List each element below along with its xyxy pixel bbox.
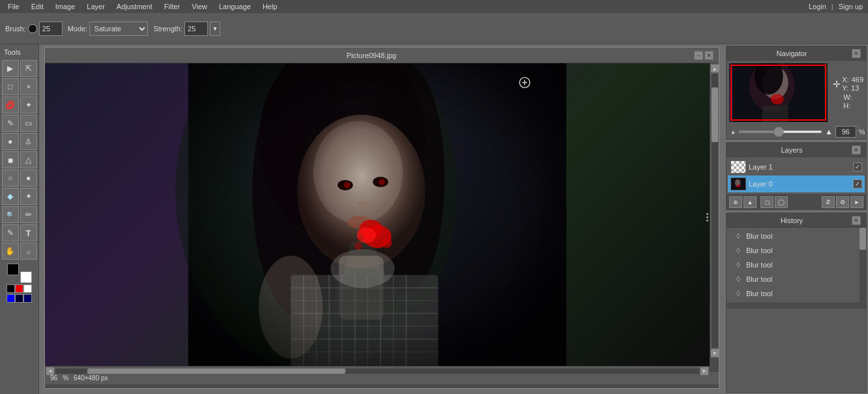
tool-dodge[interactable]: ○ — [2, 170, 19, 187]
canvas-hscrollbar[interactable]: ◄ ► — [45, 366, 710, 375]
canvas-vscrollbar[interactable]: ▲ ▼ — [710, 63, 719, 358]
small-color-navy[interactable] — [23, 294, 32, 303]
menu-edit[interactable]: Edit — [26, 1, 49, 12]
menu-layer[interactable]: Layer — [81, 1, 110, 12]
small-color-darkblue[interactable] — [15, 294, 23, 303]
mode-select[interactable]: Saturate Normal Screen Multiply — [89, 22, 148, 36]
tool-magic-wand[interactable]: ✦ — [20, 97, 37, 114]
layer-1-name: Layer 1 — [749, 163, 850, 171]
layer-duplicate-btn[interactable]: ◻ — [760, 196, 774, 208]
nav-crosshair-icon: ✛ — [833, 79, 841, 89]
history-title: History — [732, 217, 852, 224]
layer-item-1[interactable]: Layer 1 ✓ — [728, 159, 865, 175]
background-color-swatch[interactable] — [20, 271, 32, 283]
tool-blur[interactable]: ◆ — [2, 188, 19, 205]
history-item-4[interactable]: ◊ Blur tool — [728, 272, 865, 286]
history-close-btn[interactable]: ✕ — [852, 216, 861, 225]
tool-hand[interactable]: ✏ — [20, 206, 37, 223]
mode-label: Mode: — [68, 25, 88, 33]
tool-select[interactable]: ⇱ — [20, 60, 37, 77]
tool-move[interactable]: ▶ — [2, 60, 19, 77]
layer-delete-btn[interactable]: ♻ — [836, 196, 849, 208]
strength-label: Strength: — [153, 25, 182, 33]
vscroll-up-btn[interactable]: ▲ — [711, 65, 719, 72]
tool-clone[interactable]: ● — [2, 133, 19, 150]
history-panel: History ✕ ◊ Blur tool ◊ Blur tool ◊ Blur… — [726, 213, 867, 393]
layer-merge-btn[interactable]: ◯ — [775, 196, 788, 208]
small-color-black[interactable] — [7, 284, 15, 293]
tool-rect-select[interactable]: □ — [2, 78, 19, 95]
tool-pen[interactable]: ✎ — [2, 224, 19, 241]
hscroll-right-btn[interactable]: ► — [701, 367, 708, 375]
nav-y-label: Y: — [842, 84, 848, 92]
tool-fill[interactable]: ◼ — [2, 151, 19, 168]
foreground-color-swatch[interactable] — [7, 264, 19, 275]
navigator-close-btn[interactable]: ✕ — [852, 49, 861, 58]
history-item-3[interactable]: ◊ Blur tool — [728, 258, 865, 272]
tool-lasso[interactable]: ⚬ — [20, 78, 37, 95]
strength-arrow-btn[interactable]: ▼ — [210, 22, 220, 36]
zoom-mountain-small: ▲ — [731, 129, 736, 135]
layers-panel: Layers ✕ Layer 1 ✓ — [726, 142, 867, 210]
layer-up-btn[interactable]: ▲ — [744, 196, 757, 208]
menu-adjustment[interactable]: Adjustment — [111, 1, 158, 12]
menu-help[interactable]: Help — [257, 1, 283, 12]
layer-more-btn[interactable]: ► — [850, 196, 863, 208]
layer-expand-btn[interactable]: ⇵ — [822, 196, 835, 208]
nav-x-value: 469 — [852, 76, 863, 83]
small-color-red[interactable] — [15, 284, 23, 293]
nav-zoom-slider[interactable] — [738, 130, 822, 133]
tool-text[interactable]: T — [20, 224, 37, 241]
layer-0-check[interactable]: ✓ — [853, 179, 862, 189]
tool-magnify[interactable]: ⌕ — [20, 243, 37, 260]
tool-zoom[interactable]: 🔍 — [2, 206, 19, 223]
dimensions-display: 640×480 px — [74, 374, 108, 382]
vscroll-down-btn[interactable]: ▼ — [711, 349, 719, 357]
tool-sharpen[interactable]: ✦ — [20, 188, 37, 205]
menu-filter[interactable]: Filter — [159, 1, 185, 12]
tool-eraser[interactable]: ▭ — [20, 115, 37, 132]
layers-close-btn[interactable]: ✕ — [852, 145, 861, 155]
menu-view[interactable]: View — [186, 1, 212, 12]
login-separator: | — [832, 3, 833, 10]
tool-smudge[interactable]: ♙ — [20, 133, 37, 150]
tool-eyedropper[interactable]: 💋 — [2, 97, 19, 114]
brush-size-input[interactable] — [39, 22, 63, 36]
layers-title: Layers — [732, 146, 852, 154]
zoom-unit: % — [63, 374, 68, 382]
menu-image[interactable]: Image — [50, 1, 81, 12]
tool-gradient[interactable]: △ — [20, 151, 37, 168]
tool-burn[interactable]: ● — [20, 170, 37, 187]
history-item-2-label: Blur tool — [746, 247, 772, 254]
history-blur-icon-3: ◊ — [733, 260, 744, 270]
history-blur-icon-5: ◊ — [733, 288, 744, 299]
window-minimize-btn[interactable]: – — [694, 51, 703, 60]
history-vscrollbar[interactable] — [860, 228, 866, 302]
layer-1-check[interactable]: ✓ — [853, 162, 862, 172]
brush-label: Brush: — [5, 25, 26, 33]
history-blur-icon-1: ◊ — [733, 231, 744, 241]
history-blur-icon-4: ◊ — [733, 274, 744, 284]
layer-add-group-btn[interactable]: ⊕ — [729, 196, 742, 208]
history-item-4-label: Blur tool — [746, 275, 772, 283]
nav-zoom-unit: % — [859, 128, 865, 136]
tool-brush[interactable]: ✎ — [2, 115, 19, 132]
small-color-blue[interactable] — [7, 294, 15, 303]
navigator-title: Navigator — [732, 50, 852, 57]
menu-file[interactable]: File — [3, 1, 25, 12]
history-item-1[interactable]: ◊ Blur tool — [728, 229, 865, 243]
tool-pan[interactable]: ✋ — [2, 243, 19, 260]
history-item-2[interactable]: ◊ Blur tool — [728, 243, 865, 258]
strength-input[interactable] — [184, 22, 208, 36]
login-link[interactable]: Login — [809, 3, 826, 10]
small-color-white[interactable] — [23, 284, 32, 293]
nav-zoom-input[interactable] — [835, 126, 856, 138]
window-close-btn[interactable]: ✕ — [704, 51, 714, 60]
hscroll-left-btn[interactable]: ◄ — [46, 367, 54, 375]
layer-0-name: Layer 0 — [749, 180, 850, 188]
menu-language[interactable]: Language — [214, 1, 256, 12]
history-item-5[interactable]: ◊ Blur tool — [728, 286, 865, 301]
signup-link[interactable]: Sign up — [839, 3, 863, 10]
layer-item-0[interactable]: Layer 0 ✓ — [728, 175, 865, 192]
nav-h-label: H: — [843, 102, 850, 110]
